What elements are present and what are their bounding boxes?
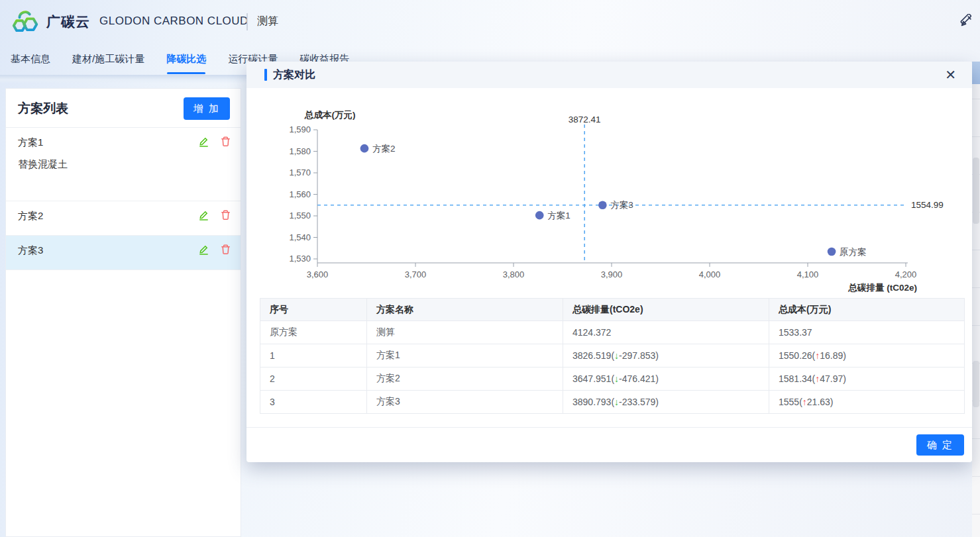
table-header-cell: 总成本(万元)	[769, 299, 965, 321]
cell-carbon: 3826.519(↓-297.853)	[563, 344, 769, 367]
close-icon[interactable]: ✕	[945, 67, 956, 83]
brand-name-cn: 广碳云	[46, 13, 90, 31]
increase-arrow-icon: ↑	[815, 373, 820, 384]
svg-text:1,560: 1,560	[289, 189, 311, 199]
delete-trash-icon[interactable]	[220, 136, 231, 147]
cell-no: 1	[260, 344, 367, 367]
increase-arrow-icon: ↑	[802, 397, 807, 407]
svg-text:1,550: 1,550	[289, 211, 311, 220]
plan-description: 替换混凝土	[18, 158, 68, 171]
svg-text:3,800: 3,800	[503, 269, 525, 279]
modal-title: 方案对比	[273, 68, 315, 82]
background-band	[972, 62, 980, 84]
cell-plan-name: 方案3	[367, 391, 563, 414]
cell-plan-name: 方案1	[367, 344, 563, 367]
comparison-table-container: 序号方案名称总碳排量(tCO2e)总成本(万元)原方案测算4124.372153…	[260, 298, 964, 414]
scatter-point	[360, 144, 369, 153]
point-label: 方案2	[372, 144, 396, 154]
table-header-cell: 方案名称	[367, 299, 563, 321]
plan-comparison-modal: 方案对比 ✕ 3,6003,7003,8003,9004,0004,1004,2…	[246, 62, 972, 462]
increase-arrow-icon: ↑	[815, 350, 820, 361]
svg-text:1,570: 1,570	[289, 168, 311, 177]
table-header-cell: 总碳排量(tCO2e)	[563, 299, 769, 321]
scatter-chart-container: 3,6003,7003,8003,9004,0004,1004,2001,590…	[246, 88, 972, 299]
table-row: 2方案23647.951(↓-476.421)1581.34(↑47.97)	[260, 367, 965, 391]
svg-text:3,900: 3,900	[601, 269, 623, 279]
plan-list-title: 方案列表	[18, 100, 68, 117]
svg-text:1,590: 1,590	[289, 124, 311, 134]
svg-text:4,000: 4,000	[699, 269, 721, 279]
cell-cost: 1550.26(↑16.89)	[769, 344, 965, 367]
cell-plan-name: 测算	[367, 321, 563, 344]
decrease-arrow-icon: ↓	[614, 350, 619, 361]
brand-name-en: GLODON CARBON CLOUD	[99, 15, 248, 28]
edit-pencil-icon[interactable]	[198, 136, 209, 147]
cell-carbon: 3647.951(↓-476.421)	[563, 367, 769, 391]
cell-carbon: 4124.372	[563, 321, 769, 344]
delete-trash-icon[interactable]	[220, 209, 231, 220]
tab-basic-info[interactable]: 基本信息	[11, 44, 50, 75]
crosshair-lines	[317, 124, 907, 263]
tab-material-construction-carbon[interactable]: 建材/施工碳计量	[72, 44, 144, 75]
delete-trash-icon[interactable]	[220, 244, 231, 255]
point-label: 方案1	[547, 211, 571, 220]
table-row: 1方案13826.519(↓-297.853)1550.26(↑16.89)	[260, 344, 965, 367]
svg-text:4,200: 4,200	[895, 269, 917, 279]
svg-text:3,700: 3,700	[405, 269, 427, 279]
crosshair-x-label: 3872.41	[569, 115, 601, 124]
cell-no: 2	[260, 367, 367, 391]
plan-list-item-1[interactable]: 方案1 替换混凝土	[6, 128, 241, 201]
x-axis-title: 总碳排量 (tC02e)	[847, 283, 917, 293]
cell-cost: 1581.34(↑47.97)	[769, 367, 965, 391]
svg-text:1,540: 1,540	[289, 232, 311, 242]
svg-text:3,600: 3,600	[307, 269, 329, 279]
cell-carbon: 3890.793(↓-233.579)	[563, 391, 769, 414]
scatter-point	[598, 201, 607, 209]
cell-plan-name: 方案2	[367, 367, 563, 391]
cell-cost: 1555(↑21.63)	[769, 391, 965, 414]
plan-name: 方案1	[18, 136, 43, 149]
title-accent-bar	[264, 69, 267, 81]
comparison-scatter-chart: 3,6003,7003,8003,9004,0004,1004,2001,590…	[246, 88, 972, 299]
modal-footer: 确 定	[246, 427, 972, 462]
plan-list-item-3-selected[interactable]: 方案3	[6, 236, 241, 270]
decrease-arrow-icon: ↓	[614, 373, 619, 384]
cell-no: 3	[260, 391, 367, 414]
plan-name: 方案2	[18, 210, 43, 222]
table-header-cell: 序号	[260, 299, 367, 321]
confirm-button[interactable]: 确 定	[916, 434, 964, 456]
scatter-point	[828, 248, 836, 256]
scatter-points: 方案2方案1方案3原方案	[360, 144, 867, 257]
app-header: 广碳云 GLODON CARBON CLOUD 测算	[0, 0, 980, 44]
background-page-strip	[972, 62, 980, 537]
point-label: 原方案	[840, 247, 867, 257]
cell-cost: 1533.37	[769, 321, 965, 344]
header-divider	[246, 13, 248, 30]
decrease-arrow-icon: ↓	[614, 397, 619, 407]
svg-text:1,580: 1,580	[289, 146, 311, 156]
scatter-point	[535, 211, 544, 220]
modal-header: 方案对比 ✕	[246, 62, 972, 88]
plan-list-header: 方案列表 增 加	[6, 89, 241, 128]
module-name: 测算	[257, 15, 278, 28]
table-row: 3方案33890.793(↓-233.579)1555(↑21.63)	[260, 391, 965, 414]
edit-pencil-icon[interactable]	[198, 244, 209, 255]
design-tools-icon[interactable]	[959, 14, 973, 28]
crosshair-y-label: 1554.99	[911, 200, 944, 210]
cell-no: 原方案	[260, 321, 367, 344]
tab-carbon-reduction-comparison[interactable]: 降碳比选	[166, 44, 206, 75]
add-plan-button[interactable]: 增 加	[184, 97, 230, 120]
table-row: 原方案测算4124.3721533.37	[260, 321, 965, 344]
scrollbar-thumb[interactable]	[973, 158, 979, 224]
scrollbar-thumb	[973, 361, 979, 407]
svg-text:1,530: 1,530	[289, 254, 311, 264]
plan-list-item-2[interactable]: 方案2	[6, 201, 241, 236]
plan-name: 方案3	[18, 244, 43, 257]
glodon-carbon-cloud-logo	[11, 6, 41, 36]
y-axis-title: 总成本(万元)	[304, 110, 356, 120]
svg-text:4,100: 4,100	[797, 269, 819, 279]
axes	[313, 130, 908, 267]
edit-pencil-icon[interactable]	[198, 209, 209, 220]
comparison-table: 序号方案名称总碳排量(tCO2e)总成本(万元)原方案测算4124.372153…	[260, 298, 965, 414]
point-label: 方案3	[610, 200, 633, 210]
